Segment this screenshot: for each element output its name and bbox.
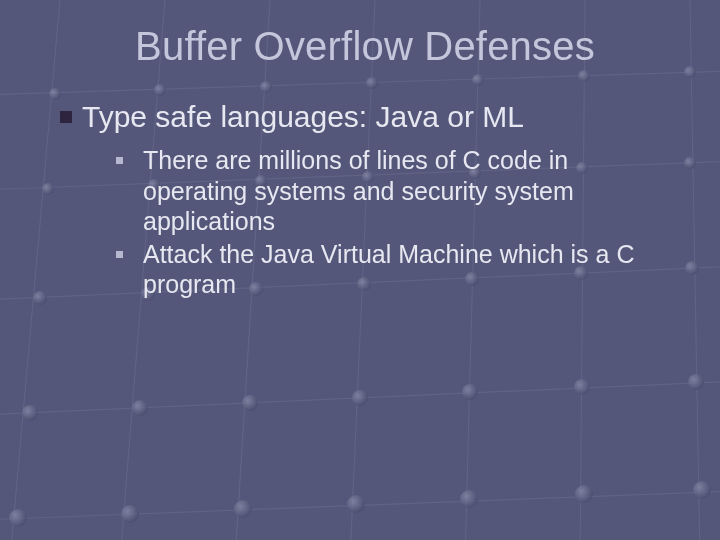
bullet-level1: Type safe languages: Java or ML <box>60 99 670 135</box>
bullet-level2-text: There are millions of lines of C code in… <box>143 145 670 237</box>
bullet-level2-text: Attack the Java Virtual Machine which is… <box>143 239 670 300</box>
slide: Buffer Overflow Defenses Type safe langu… <box>0 0 720 540</box>
square-bullet-small-icon <box>116 251 123 258</box>
square-bullet-icon <box>60 111 72 123</box>
square-bullet-small-icon <box>116 157 123 164</box>
slide-title: Buffer Overflow Defenses <box>60 24 670 69</box>
bullet-level2: There are millions of lines of C code in… <box>116 145 670 237</box>
bullet-level2: Attack the Java Virtual Machine which is… <box>116 239 670 300</box>
bullet-level1-text: Type safe languages: Java or ML <box>82 99 524 135</box>
